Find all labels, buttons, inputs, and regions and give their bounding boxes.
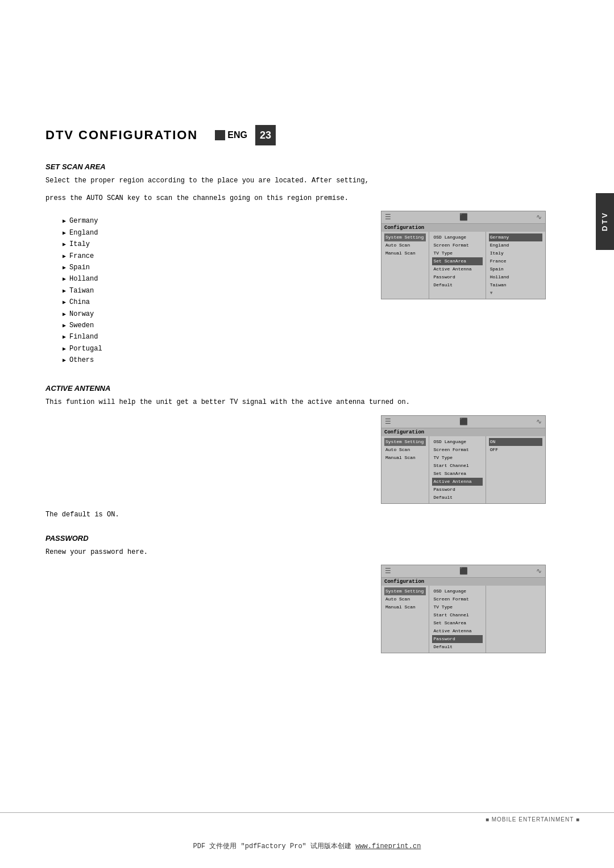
tv-mid-tvtype-2: TV Type [432,454,482,462]
tv-left-col-2: System Setting Auto Scan Manual Scan [381,436,429,503]
tv-mid-osd-3: OSD Language [432,587,482,595]
tv-screen-3: ☰ ⬛ ∿ Configuration System Setting Auto … [381,565,546,653]
country-portugal: Portugal [63,343,102,354]
country-england: England [63,227,102,239]
tv-mid-startch-2: Start Channel [432,462,482,470]
tv-mid-setscan-2: Set ScanArea [432,470,482,478]
tv-icons-1: ☰ ⬛ ∿ [381,211,545,224]
tv-icons-2: ☰ ⬛ ∿ [381,416,545,428]
tv-mid-col-2: OSD Language Screen Format TV Type Start… [429,436,486,503]
password-section: PASSWORD Renew your password here. ☰ ⬛ ∿… [45,534,580,653]
tv-mid-osd-2: OSD Language [432,438,482,446]
tv-mid-default-2: Default [432,494,482,502]
tv-mid-tvtype: TV Type [432,249,482,257]
tv-icons-3: ☰ ⬛ ∿ [381,565,545,578]
tv-screen-1: ☰ ⬛ ∿ Configuration System Setting Auto … [381,211,546,299]
set-scan-area-desc2: press the AUTO SCAN key to scan the chan… [45,193,580,204]
pdf-footer: PDF 文件使用 "pdfFactory Pro" 试用版本创建 www.fin… [0,841,614,851]
password-heading: PASSWORD [45,534,580,542]
tv-config-label-2: Configuration [381,428,545,436]
tv-antenna-icon-3: ∿ [536,567,542,575]
set-scan-area-desc1: Select the proper region according to th… [45,176,580,186]
main-content: DTV CONFIGURATION ENG 23 SET SCAN AREA S… [45,0,580,653]
pdf-footer-prefix: PDF 文件使用 "pdfFactory Pro" 试用版本创建 [193,842,356,850]
tv-mid-antenna: Active Antenna [432,265,482,273]
tv-mid-default: Default [432,281,482,289]
tv-left-autoscan-2: Auto Scan [384,446,426,454]
tv-mid-col-3: OSD Language Screen Format TV Type Start… [429,586,486,653]
tv-menu-icon-2: ☰ [385,418,391,426]
tv-antenna-icon: ∿ [536,213,542,222]
country-list-container: Germany England Italy France Spain Holla… [45,211,102,370]
footer-text: ■ MOBILE ENTERTAINMENT ■ [486,816,580,823]
tv-screen-2: ☰ ⬛ ∿ Configuration System Setting Auto … [381,415,546,504]
country-china: China [63,297,102,308]
eng-square-icon [215,130,225,140]
country-france: France [63,251,102,262]
tv-right-on: ON [489,438,542,446]
page-header: DTV CONFIGURATION ENG 23 [45,125,580,145]
tv-left-system: System Setting [384,233,426,241]
tv-antenna-icon-2: ∿ [536,418,542,426]
active-antenna-default: The default is ON. [45,510,580,520]
page: DTV DTV CONFIGURATION ENG 23 SET SCAN AR… [0,0,614,868]
eng-label: ENG [227,130,247,140]
dtv-side-tab: DTV [596,193,614,250]
country-spain: Spain [63,262,102,273]
tv-menu-3: System Setting Auto Scan Manual Scan OSD… [381,586,545,653]
tv-mid-antenna-3: Active Antenna [432,627,482,635]
active-antenna-heading: ACTIVE ANTENNA [45,384,580,393]
set-scan-area-section: SET SCAN AREA Select the proper region a… [45,162,580,370]
tv-mid-screen: Screen Format [432,241,482,249]
eng-badge: ENG [215,130,247,140]
page-title: DTV CONFIGURATION [45,128,198,143]
tv-menu-1: System Setting Auto Scan Manual Scan OSD… [381,232,545,299]
country-germany: Germany [63,215,102,227]
tv-config-label-1: Configuration [381,224,545,232]
tv-left-system-2: System Setting [384,438,426,446]
tv-mid-password: Password [432,273,482,281]
tv-right-france: France [489,257,542,265]
tv-right-col-1: Germany England Italy France Spain Holla… [486,232,545,299]
active-antenna-section: ACTIVE ANTENNA This funtion will help th… [45,384,580,520]
tv-left-manualscan-3: Manual Scan [384,603,426,611]
active-antenna-desc: This funtion will help the unit get a be… [45,397,580,408]
country-list: Germany England Italy France Spain Holla… [63,215,102,366]
tv-mid-startch-3: Start Channel [432,611,482,619]
tv-mid-setscan-3: Set ScanArea [432,619,482,627]
tv-menu-icon: ☰ [385,213,391,222]
password-desc: Renew your password here. [45,547,580,558]
pdf-footer-link[interactable]: www.fineprint.cn [355,842,421,850]
tv-left-autoscan: Auto Scan [384,241,426,249]
tv-mid-password-2: Password [432,486,482,494]
country-sweden: Sweden [63,320,102,331]
tv-right-off: OFF [489,446,542,454]
tv-left-col-3: System Setting Auto Scan Manual Scan [381,586,429,653]
tv-right-col-3 [486,586,545,653]
tv-right-england: England [489,241,542,249]
tv-mid-screen-2: Screen Format [432,446,482,454]
tv-menu-2: System Setting Auto Scan Manual Scan OSD… [381,436,545,503]
country-italy: Italy [63,239,102,250]
tv-screen-icon-3: ⬛ [459,567,468,575]
country-norway: Norway [63,308,102,320]
country-finland: Finland [63,331,102,343]
country-taiwan: Taiwan [63,285,102,297]
tv-right-holland: Holland [489,273,542,281]
tv-left-manualscan: Manual Scan [384,249,426,257]
tv-mid-antenna-2: Active Antenna [432,478,482,486]
page-number: 23 [255,125,276,145]
tv-mid-col-1: OSD Language Screen Format TV Type Set S… [429,232,486,299]
tv-screen-icon-2: ⬛ [459,418,468,426]
footer: ■ MOBILE ENTERTAINMENT ■ [0,812,614,823]
tv-right-col-2: ON OFF [486,436,545,503]
tv-right-spain: Spain [489,265,542,273]
tv-mid-default-3: Default [432,643,482,651]
country-holland: Holland [63,273,102,285]
header-line: DTV CONFIGURATION ENG 23 [45,125,276,145]
tv-config-label-3: Configuration [381,578,545,586]
tv-right-more: ▼ [489,289,542,297]
tv-right-italy: Italy [489,249,542,257]
tv-mid-osd: OSD Language [432,233,482,241]
country-others: Others [63,354,102,366]
